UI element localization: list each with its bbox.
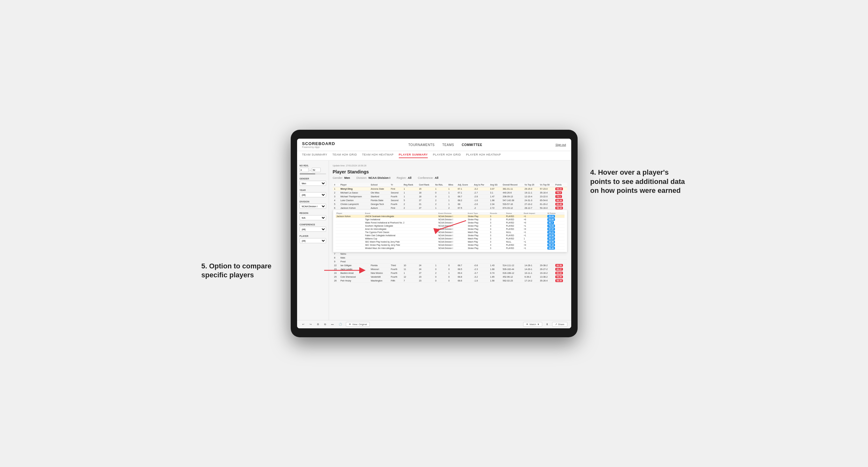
table-row[interactable]: 3 Michael Thorbjornsen Stanford Fourth 1…: [333, 195, 567, 198]
more-btn[interactable]: •••: [330, 322, 335, 326]
year-select[interactable]: (All): [300, 192, 326, 197]
player-label: Player: [300, 235, 326, 237]
table-row[interactable]: 4 Luke Clanton Florida State Second 5 27…: [333, 198, 567, 203]
copy-btn[interactable]: ⧉: [323, 322, 328, 327]
cell-overall-record: 452-96-12: [501, 275, 523, 279]
division-select[interactable]: NCAA Division I: [300, 204, 326, 209]
tooltip-row: Wake Forest Invitational at Pinehurst No…: [336, 221, 564, 224]
cell-points[interactable]: 60.27: [554, 268, 567, 271]
nav-tournaments[interactable]: TOURNAMENTS: [408, 143, 435, 147]
cell-points[interactable]: 76.3: [554, 191, 567, 195]
share-btn[interactable]: ↗ Share: [552, 322, 567, 327]
table-row[interactable]: 5 Christo Lamprecht Georgia Tech Fourth …: [333, 203, 567, 206]
col-reg-rank: Reg Rank: [402, 183, 417, 187]
cell-points[interactable]: 72.1: [554, 195, 567, 198]
sub-nav-team-summary[interactable]: TEAM SUMMARY: [302, 153, 328, 158]
cell-points[interactable]: 60.58: [554, 263, 567, 268]
cell-yr: Second: [390, 198, 402, 203]
watch-label: Watch: [529, 323, 536, 326]
sub-nav-player-h2h-grid[interactable]: PLAYER H2H GRID: [433, 153, 461, 158]
cell-points[interactable]: 59.95: [554, 275, 567, 279]
cell-player: Michael La Sasso: [339, 191, 369, 195]
no-rds-slider[interactable]: [300, 174, 326, 175]
nav-sign-out[interactable]: Sign out: [555, 143, 566, 146]
sub-nav-player-summary[interactable]: PLAYER SUMMARY: [399, 153, 428, 158]
sidebar: No Rds. - Gender Men: [297, 161, 329, 320]
no-rds-from-input[interactable]: [300, 168, 309, 172]
table-row[interactable]: 1 Wenyi Ding Arizona State First 1 15 1 …: [333, 187, 567, 191]
cell-points[interactable]: 58.49: [554, 279, 567, 283]
share-icon: ↗: [555, 323, 557, 326]
gender-select[interactable]: Men Women: [300, 181, 326, 186]
conference-select[interactable]: (All): [300, 227, 326, 232]
cell-player: Cole Sherwood: [339, 275, 369, 279]
filters-row: Gender: Men Division: NCAA Division I Re…: [333, 176, 567, 180]
cell-avg-to-par: -2: [473, 206, 489, 210]
table-header-row: # Player School Yr Reg Rank Conf Rank No…: [333, 183, 567, 187]
cell-rank: 3: [333, 195, 339, 198]
player-select[interactable]: (All): [300, 238, 326, 243]
cell-avg-sg: 1.68: [489, 268, 501, 271]
download-btn[interactable]: ⬇: [545, 322, 550, 326]
cell-vs-top25: 14-20-1: [523, 268, 539, 271]
cell-player: Petr Hruby: [339, 279, 369, 283]
cell-avg-to-par: -3.7: [473, 271, 489, 275]
cell-no-rds: 0: [434, 275, 447, 279]
cell-reg-rank: 2: [402, 206, 417, 210]
settings-btn[interactable]: ⚙: [316, 322, 320, 326]
cell-avg-sg: 3.07: [489, 187, 501, 191]
cell-wins: 1: [447, 203, 457, 206]
col-points: Points: [554, 183, 567, 187]
cell-conf-rank: 18: [417, 195, 434, 198]
bottom-toolbar: ↩ ↪ ⚙ ⧉ ••• 🕐 👁 View: Original 👁 Watch ▼…: [297, 320, 571, 328]
table-row[interactable]: 24 Bastien Amat New Mexico Fourth 1 27 2…: [333, 271, 567, 275]
clock-btn[interactable]: 🕐: [338, 322, 343, 326]
cell-points[interactable]: 60.02: [554, 271, 567, 275]
watch-btn[interactable]: 👁 Watch ▼: [523, 322, 542, 327]
nav-committee[interactable]: COMMITTEE: [462, 143, 482, 147]
table-row[interactable]: 2 Michael La Sasso Ole Miss Second 1 18 …: [333, 191, 567, 195]
conference-filter: Conference: All: [418, 176, 439, 180]
no-rds-range: -: [300, 168, 326, 172]
cell-school: Florida State: [369, 198, 390, 203]
cell-rank: 22: [333, 263, 339, 268]
redo-btn[interactable]: ↪: [308, 322, 313, 326]
cell-avg-to-par: -1.8: [473, 279, 489, 283]
gender-filter-value: Men: [344, 176, 350, 180]
table-row[interactable]: 25 Cole Sherwood Vanderbilt Fourth 12 23…: [333, 275, 567, 279]
cell-reg-rank: 1: [402, 195, 417, 198]
no-rds-to-input[interactable]: [312, 168, 321, 172]
cell-wins: 0: [447, 279, 457, 283]
view-original-btn[interactable]: 👁 View: Original: [346, 322, 370, 327]
cell-school: Washington: [369, 279, 390, 283]
gender-section: Gender Men Women: [300, 178, 326, 186]
sub-nav-team-h2h-grid[interactable]: TEAM H2H GRID: [333, 153, 357, 158]
powered-by: Powered by clippi: [302, 146, 335, 148]
table-row[interactable]: 26 Petr Hruby Washington Fifth 7 23 0 0 …: [333, 279, 567, 283]
watch-icon: 👁: [526, 323, 528, 326]
cell-points[interactable]: 60.49: [554, 203, 567, 206]
table-row[interactable]: 22 Ian Gilligan Florida Third 10 24 1 0 …: [333, 263, 567, 268]
region-select[interactable]: N/A: [300, 215, 326, 220]
nav-teams[interactable]: TEAMS: [442, 143, 454, 147]
cell-rank: 24: [333, 271, 339, 275]
cell-yr: Fifth: [390, 279, 402, 283]
cell-school: Florida: [369, 263, 390, 268]
table-row[interactable]: 8 Mats: [333, 256, 567, 260]
cell-points[interactable]: 58.18: [554, 206, 567, 210]
table-row[interactable]: 9 Prest: [333, 260, 567, 263]
cell-player: Jack Lundin: [339, 268, 369, 271]
table-row[interactable]: 23 Jack Lundin Missouri Fourth 11 24 0 0…: [333, 268, 567, 271]
sub-nav-team-h2h-heatmap[interactable]: TEAM H2H HEATMAP: [362, 153, 394, 158]
cell-wins: 2: [447, 206, 457, 210]
tooltip-row: SEC Stroke Play hosted by Jerry Pate NCA…: [336, 244, 564, 247]
cell-points[interactable]: 88.22: [554, 187, 567, 191]
cell-conf-rank: 24: [417, 268, 434, 271]
sub-nav-player-h2h-heatmap[interactable]: PLAYER H2H HEATMAP: [466, 153, 501, 158]
undo-btn[interactable]: ↩: [301, 322, 306, 326]
page-title: Player Standings: [333, 169, 567, 175]
cell-points[interactable]: 68.34: [554, 198, 567, 203]
table-row[interactable]: 7 Nicho: [333, 252, 567, 256]
tooltip-col-rounds: Rounds: [489, 212, 505, 215]
table-row[interactable]: 6 Jackson Kohon Auburn First 2 27 1 2 67…: [333, 206, 567, 210]
